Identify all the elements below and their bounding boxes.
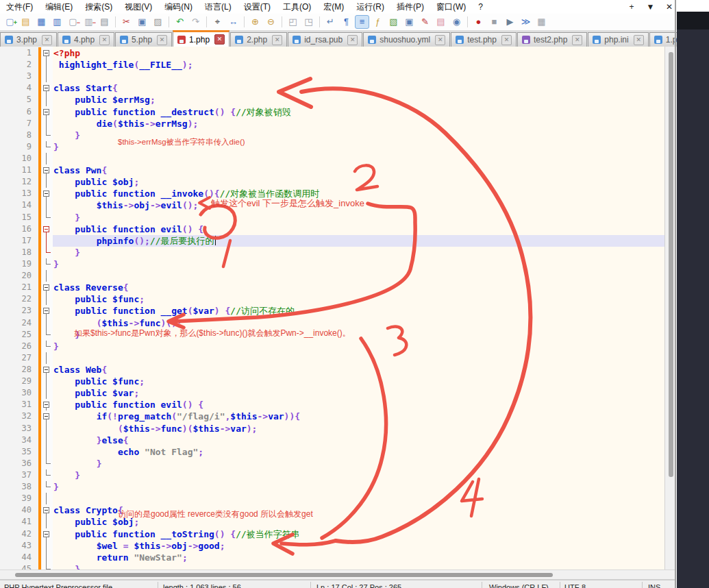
fold-collapse-icon[interactable] <box>43 109 49 115</box>
document-map-icon[interactable]: ▧ <box>386 15 401 29</box>
menu-item-13[interactable]: ? <box>472 1 489 13</box>
fold-collapse-icon[interactable] <box>43 50 49 56</box>
macro-save-icon[interactable]: ▦ <box>534 15 549 29</box>
fold-marker[interactable] <box>41 458 52 469</box>
tab-4.php[interactable]: 4.php✕ <box>58 32 114 47</box>
zoom-out-icon[interactable]: ⊖ <box>264 15 278 29</box>
fold-marker[interactable] <box>41 352 52 364</box>
fold-marker[interactable] <box>41 423 52 434</box>
fold-marker[interactable] <box>41 469 52 481</box>
menu-item-6[interactable]: 语言(L) <box>199 0 238 14</box>
fold-marker[interactable] <box>41 212 52 223</box>
fold-marker[interactable] <box>41 399 52 411</box>
fold-marker[interactable] <box>41 329 52 341</box>
menu-item-7[interactable]: 设置(T) <box>238 0 277 14</box>
fold-marker[interactable] <box>41 130 52 141</box>
tab-2.php[interactable]: 2.php✕ <box>230 32 287 47</box>
fold-marker[interactable] <box>41 293 52 305</box>
tab-close-icon[interactable]: ✕ <box>272 35 282 45</box>
fold-marker[interactable] <box>41 446 52 458</box>
save-icon[interactable]: ▦ <box>34 15 49 29</box>
fold-marker[interactable] <box>41 106 52 118</box>
macro-run-multiple-icon[interactable]: ≫ <box>519 15 533 29</box>
fold-marker[interactable] <box>41 270 52 282</box>
tab-close-icon[interactable]: ✕ <box>42 35 52 45</box>
menu-item-2[interactable]: 编辑(E) <box>39 0 79 14</box>
macro-stop-icon[interactable]: ■ <box>487 15 501 29</box>
menu-item-11[interactable]: 插件(P) <box>390 0 430 14</box>
fold-marker[interactable] <box>41 516 52 528</box>
fold-collapse-icon[interactable] <box>43 402 49 408</box>
fold-marker[interactable] <box>41 247 52 258</box>
fold-collapse-icon[interactable] <box>43 191 49 197</box>
tab-close-icon[interactable]: ✕ <box>435 35 445 45</box>
fold-collapse-icon[interactable] <box>43 413 49 419</box>
fold-collapse-icon[interactable] <box>43 367 49 373</box>
word-wrap-icon[interactable]: ↵ <box>323 15 338 29</box>
fold-marker[interactable] <box>41 59 52 71</box>
show-all-characters-icon[interactable]: ¶ <box>339 15 353 29</box>
menu-item-4[interactable]: 视图(V) <box>119 0 158 14</box>
tab-php.ini[interactable]: php.ini✕ <box>588 32 648 47</box>
fold-marker[interactable] <box>41 223 52 235</box>
horizontal-scrollbar[interactable] <box>0 569 676 580</box>
close-all-icon[interactable]: ▥− <box>82 15 96 29</box>
close-window-button[interactable]: ✕ <box>662 2 676 12</box>
tab-close-icon[interactable]: ✕ <box>157 35 167 45</box>
fold-collapse-icon[interactable] <box>43 226 49 232</box>
document-list-icon[interactable]: ▣ <box>402 15 416 29</box>
synchronize-scrolling-icon[interactable]: ◳ <box>301 15 316 29</box>
fold-marker[interactable] <box>41 504 52 516</box>
tab-close-icon[interactable]: ✕ <box>347 35 358 45</box>
menu-item-3[interactable]: 搜索(S) <box>79 0 119 14</box>
fold-marker[interactable] <box>41 82 52 94</box>
redo-icon[interactable]: ↷ <box>188 15 203 29</box>
print-icon[interactable]: ▤ <box>97 15 112 29</box>
function-list-icon[interactable]: ƒ <box>371 15 385 29</box>
restore-default-zoom-icon[interactable]: ◰ <box>286 15 300 29</box>
fold-marker[interactable] <box>41 376 52 387</box>
fold-marker[interactable] <box>41 552 52 563</box>
fold-marker[interactable] <box>41 364 52 376</box>
menu-item-5[interactable]: 编码(N) <box>158 0 199 14</box>
fold-marker[interactable] <box>41 118 52 130</box>
fold-marker[interactable] <box>41 153 52 164</box>
tab-close-icon[interactable]: ✕ <box>214 34 225 45</box>
tab-close-icon[interactable]: ✕ <box>572 35 582 45</box>
replace-icon[interactable]: ↔ <box>226 15 240 29</box>
fold-marker[interactable] <box>41 164 52 176</box>
fold-marker[interactable] <box>41 47 52 59</box>
fold-marker[interactable] <box>41 199 52 211</box>
fold-marker[interactable] <box>41 176 52 188</box>
macro-playback-icon[interactable]: ▶ <box>503 15 517 29</box>
fold-marker[interactable] <box>41 481 52 493</box>
fold-marker[interactable] <box>41 141 52 153</box>
vertical-scrollbar-thumb[interactable] <box>669 52 673 477</box>
show-indent-guide-icon[interactable]: ≡ <box>355 15 369 29</box>
macro-record-icon[interactable]: ● <box>471 15 486 29</box>
fold-marker[interactable] <box>41 493 52 504</box>
fold-marker[interactable] <box>41 528 52 540</box>
fold-marker[interactable] <box>41 305 52 317</box>
tab-close-icon[interactable]: ✕ <box>501 35 512 45</box>
fold-marker[interactable] <box>41 387 52 399</box>
tab-test2.php[interactable]: test2.php✕ <box>517 32 587 47</box>
zoom-in-icon[interactable]: ⊕ <box>248 15 262 29</box>
edit-marker-icon[interactable]: ✎ <box>418 15 432 29</box>
fold-marker[interactable] <box>41 434 52 446</box>
close-icon[interactable]: ▢− <box>66 15 80 29</box>
fold-collapse-icon[interactable] <box>43 284 49 291</box>
fold-marker[interactable] <box>41 235 52 247</box>
menu-item-1[interactable]: 文件(F) <box>0 0 39 14</box>
fold-collapse-icon[interactable] <box>43 308 49 314</box>
fold-marker[interactable] <box>41 258 52 270</box>
undo-icon[interactable]: ↶ <box>173 15 187 29</box>
fold-marker[interactable] <box>41 563 52 569</box>
folder-as-workspace-icon[interactable]: ▤ <box>434 15 448 29</box>
tab-3.php[interactable]: 3.php✕ <box>0 32 57 47</box>
tab-id_rsa.pub[interactable]: id_rsa.pub✕ <box>288 32 362 47</box>
tab-close-icon[interactable]: ✕ <box>634 35 644 45</box>
fold-marker[interactable] <box>41 540 52 552</box>
monitoring-icon[interactable]: ◉ <box>449 15 464 29</box>
fold-marker[interactable] <box>41 317 52 329</box>
